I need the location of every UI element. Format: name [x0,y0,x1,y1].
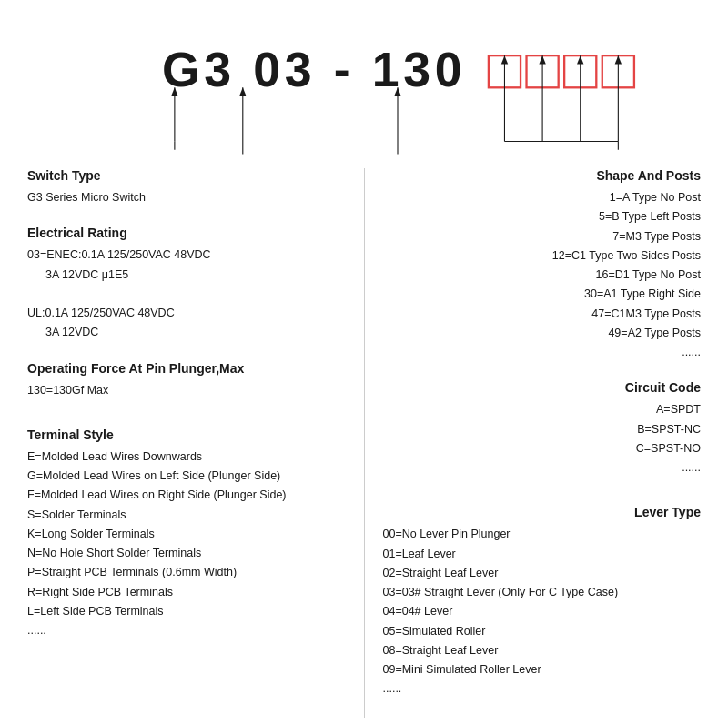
switch-type-content: G3 Series Micro Switch [27,188,346,207]
sp-line-1: 1=A Type No Post [383,188,702,207]
sp-line-4: 12=C1 Type Two Sides Posts [383,246,702,266]
terminal-style-content: E=Molded Lead Wires Downwards G=Molded L… [27,447,346,641]
ts-line-10: ...... [27,621,346,640]
cc-line-4: ...... [383,458,702,478]
ts-line-9: L=Left Side PCB Terminals [27,602,346,621]
lever-type-title: Lever Type [383,505,702,519]
circuit-code-content: A=SPDT B=SPST-NC C=SPST-NO ...... [383,400,702,478]
lt-line-2: 01=Leaf Lever [383,545,702,564]
sp-line-9: ...... [383,343,702,362]
section-lever-type: Lever Type 00=No Lever Pin Plunger 01=Le… [383,505,702,699]
section-terminal-style: Terminal Style E=Molded Lead Wires Downw… [27,427,346,641]
svg-marker-14 [539,55,545,64]
elec-line-1: 03=ENEC:0.1A 125/250VAC 48VDC [27,246,346,265]
shape-posts-content: 1=A Type No Post 5=B Type Left Posts 7=M… [383,188,702,362]
sp-line-3: 7=M3 Type Posts [383,227,702,246]
shape-posts-title: Shape And Posts [383,168,702,183]
lt-line-5: 04=04# Lever [383,602,702,621]
svg-marker-16 [577,55,583,64]
switch-type-line-1: G3 Series Micro Switch [27,188,346,207]
ts-line-6: N=No Hole Short Solder Terminals [27,544,346,563]
ts-line-8: R=Right Side PCB Terminals [27,583,346,602]
section-electrical-rating: Electrical Rating 03=ENEC:0.1A 125/250VA… [27,226,346,342]
switch-type-title: Switch Type [27,168,346,183]
sp-line-7: 47=C1M3 Type Posts [383,305,702,324]
section-circuit-code: Circuit Code A=SPDT B=SPST-NC C=SPST-NO … [383,380,702,478]
svg-text:G3 03 - 130: G3 03 - 130 [162,42,466,96]
section-operating-force: Operating Force At Pin Plunger,Max 130=1… [27,361,346,400]
terminal-style-title: Terminal Style [27,427,346,442]
lt-line-7: 08=Straight Leaf Lever [383,641,702,660]
cc-line-3: C=SPST-NO [383,439,702,458]
section-shape-posts: Shape And Posts 1=A Type No Post 5=B Typ… [383,168,702,362]
lt-line-1: 00=No Lever Pin Plunger [383,525,702,544]
lt-line-4: 03=03# Straight Lever (Only For C Type C… [383,583,702,602]
ts-line-2: G=Molded Lead Wires on Left Side (Plunge… [27,467,346,486]
ts-line-3: F=Molded Lead Wires on Right Side (Plung… [27,486,346,505]
diagram-area: G3 03 - 130 [27,18,701,164]
electrical-rating-content: 03=ENEC:0.1A 125/250VAC 48VDC 3A 12VDC μ… [27,246,346,342]
elec-line-3: UL:0.1A 125/250VAC 48VDC [27,304,346,323]
sp-line-6: 30=A1 Type Right Side [383,285,702,304]
sp-line-8: 49=A2 Type Posts [383,324,702,343]
sp-line-5: 16=D1 Type No Post [383,266,702,285]
section-switch-type: Switch Type G3 Series Micro Switch [27,168,346,207]
elec-line-4: 3A 12VDC [27,323,346,342]
left-column: Switch Type G3 Series Micro Switch Elect… [27,168,364,718]
circuit-code-title: Circuit Code [383,380,702,395]
lt-line-6: 05=Simulated Roller [383,622,702,641]
lt-line-3: 02=Straight Leaf Lever [383,564,702,583]
cc-line-1: A=SPDT [383,400,702,419]
cc-line-2: B=SPST-NC [383,420,702,439]
main-content: Switch Type G3 Series Micro Switch Elect… [27,168,701,718]
svg-marker-18 [615,55,622,64]
operating-force-title: Operating Force At Pin Plunger,Max [27,361,346,376]
op-line-1: 130=130Gf Max [27,381,346,400]
right-column: Shape And Posts 1=A Type No Post 5=B Typ… [364,168,702,718]
operating-force-content: 130=130Gf Max [27,381,346,400]
ts-line-4: S=Solder Terminals [27,506,346,525]
lt-line-9: ...... [383,679,702,699]
page: G3 03 - 130 [0,0,728,724]
electrical-rating-title: Electrical Rating [27,226,346,240]
svg-marker-12 [501,55,508,64]
part-number-diagram: G3 03 - 130 [27,18,701,164]
sp-line-2: 5=B Type Left Posts [383,207,702,226]
ts-line-1: E=Molded Lead Wires Downwards [27,447,346,467]
elec-line-2: 3A 12VDC μ1E5 [27,266,346,285]
ts-line-7: P=Straight PCB Terminals (0.6mm Width) [27,563,346,582]
lt-line-8: 09=Mini Simulated Roller Lever [383,660,702,679]
lever-type-content: 00=No Lever Pin Plunger 01=Leaf Lever 02… [383,525,702,699]
ts-line-5: K=Long Solder Terminals [27,525,346,544]
